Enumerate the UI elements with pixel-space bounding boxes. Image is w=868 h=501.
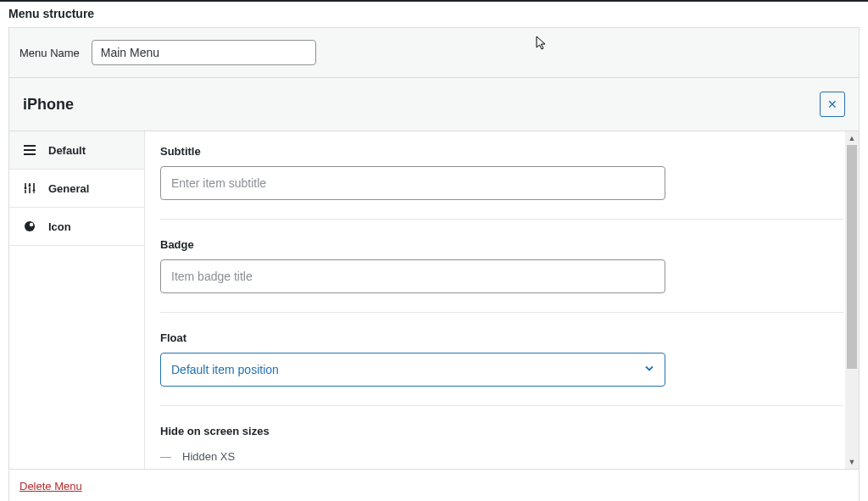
tab-icon[interactable]: Icon [9, 208, 144, 246]
content-wrap: Default General Icon Subtitle Ba [9, 131, 859, 469]
hide-option[interactable]: — Hidden XS [160, 446, 843, 467]
panel-footer: Delete Menu [9, 469, 859, 501]
menu-name-label: Menu Name [19, 47, 80, 59]
field-float: Float Default item position [160, 313, 843, 406]
tab-label: General [48, 182, 89, 195]
section-title: Menu structure [8, 7, 94, 20]
delete-menu-link[interactable]: Delete Menu [19, 480, 82, 493]
hide-sizes-label: Hide on screen sizes [160, 425, 843, 437]
scroll-up-icon: ▲ [845, 131, 859, 145]
item-header: iPhone ✕ [9, 78, 859, 131]
settings-content: Subtitle Badge Float Default item positi… [145, 131, 859, 469]
close-button[interactable]: ✕ [820, 92, 845, 117]
hide-option-label: Hidden XS [182, 450, 235, 463]
badge-label: Badge [160, 238, 843, 251]
menu-name-row: Menu Name [9, 28, 859, 78]
svg-point-1 [29, 185, 31, 187]
tab-general[interactable]: General [9, 170, 144, 208]
subtitle-input[interactable] [160, 166, 665, 200]
field-hide-sizes: Hide on screen sizes — Hidden XS — Hidde… [160, 406, 843, 469]
menu-panel: Menu Name iPhone ✕ Default General [8, 27, 860, 501]
scrollbar[interactable]: ▲ ▼ [845, 131, 859, 469]
sliders-icon [23, 181, 36, 195]
settings-tabs: Default General Icon [9, 131, 145, 469]
float-label: Float [160, 331, 843, 344]
hamburger-icon [23, 143, 36, 157]
tab-label: Icon [48, 220, 71, 233]
badge-input[interactable] [160, 259, 665, 293]
svg-point-4 [30, 223, 33, 226]
svg-point-3 [25, 221, 35, 231]
section-header: Menu structure [0, 2, 868, 27]
close-icon: ✕ [827, 98, 837, 110]
scrollbar-thumb[interactable] [847, 145, 857, 369]
tab-label: Default [48, 144, 86, 157]
hide-option[interactable]: — Hidden SM [160, 467, 843, 469]
tab-default[interactable]: Default [9, 131, 144, 170]
scroll-down-icon: ▼ [845, 455, 859, 469]
dash-icon: — [160, 450, 172, 463]
float-select[interactable]: Default item position [160, 353, 665, 387]
palette-icon [23, 220, 36, 233]
item-title: iPhone [23, 96, 74, 114]
field-badge: Badge [160, 220, 843, 313]
menu-name-input[interactable] [92, 40, 316, 65]
svg-point-0 [25, 187, 27, 190]
svg-point-2 [33, 190, 36, 192]
subtitle-label: Subtitle [160, 145, 843, 158]
field-subtitle: Subtitle [160, 145, 843, 220]
